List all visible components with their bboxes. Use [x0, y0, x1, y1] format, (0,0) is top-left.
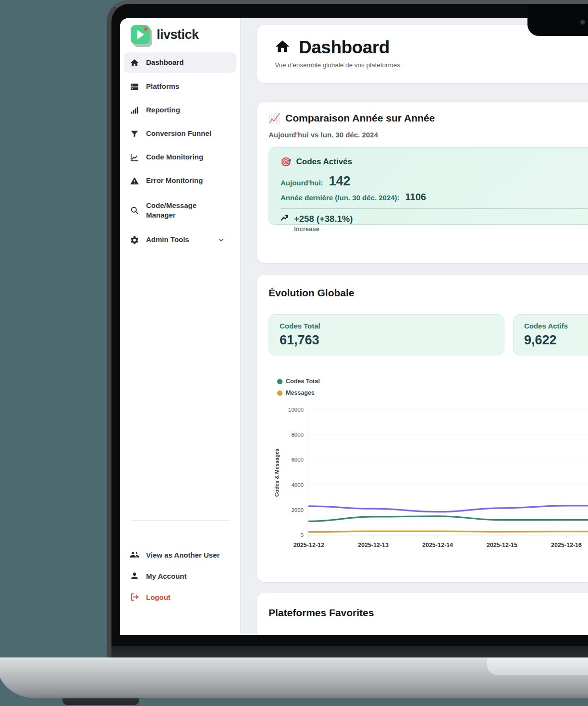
global-evolution-card: Évolution Globale Codes Total 61,763 Cod… — [257, 275, 588, 582]
gear-icon — [130, 235, 139, 245]
delta-value: +258 (+38.1%) — [294, 214, 353, 224]
svg-text:0: 0 — [301, 532, 304, 538]
sidebar-divider — [131, 520, 230, 521]
sidebar-footer: View as Another User My Account Logout — [124, 544, 236, 608]
laptop-base — [0, 657, 588, 698]
svg-text:6000: 6000 — [291, 457, 304, 463]
year-comparison-card: 📈 Comparaison Année sur Année Aujourd'hu… — [257, 102, 588, 263]
favorites-title: Plateformes Favorites — [257, 593, 588, 619]
svg-text:10000: 10000 — [288, 407, 304, 413]
codes-actives-panel: 🎯 Codes Activés Aujourd'hui: 142 Année d… — [269, 147, 588, 225]
my-account-button[interactable]: My Account — [124, 565, 236, 586]
page-title: Dashboard — [299, 37, 390, 58]
chart-legend: Codes TotalMessages — [277, 376, 588, 399]
sidebar-item-admin-tools[interactable]: Admin Tools — [124, 228, 236, 252]
comparison-subtitle: Aujourd'hui vs lun. 30 déc. 2024 — [269, 131, 588, 139]
today-label: Aujourd'hui: — [281, 179, 323, 187]
svg-text:8000: 8000 — [291, 432, 304, 438]
svg-text:2025-12-13: 2025-12-13 — [358, 542, 389, 548]
view-as-another-user-button[interactable]: View as Another User — [124, 544, 236, 565]
panel-title: Codes Activés — [296, 157, 352, 167]
user-icon — [130, 571, 139, 581]
evolution-chart-area: 02000400060008000100002025-12-122025-12-… — [269, 403, 588, 562]
page-subtitle: Vue d'ensemble globale de vos plateforme… — [257, 58, 588, 69]
users-icon — [130, 550, 139, 560]
laptop-thumb-scoop — [487, 657, 588, 675]
sidebar: livstick Dashboard Platforms — [120, 18, 241, 635]
evolution-title: Évolution Globale — [269, 287, 588, 299]
laptop-chin — [111, 646, 588, 657]
legend-dot — [277, 379, 282, 384]
sidebar-nav: Dashboard Platforms Reporting — [124, 52, 236, 252]
logo[interactable]: livstick — [131, 25, 199, 44]
play-icon — [137, 30, 144, 39]
bar-chart-icon — [130, 106, 139, 115]
svg-text:2025-12-14: 2025-12-14 — [422, 542, 453, 548]
warning-icon — [130, 176, 139, 186]
svg-text:2000: 2000 — [291, 507, 304, 513]
legend-label: Messages — [286, 390, 315, 396]
home-icon-large — [274, 38, 291, 57]
chevron-down-icon — [216, 235, 226, 245]
trending-up-icon — [281, 214, 289, 224]
comparison-title: Comparaison Année sur Année — [285, 112, 435, 124]
sidebar-item-reporting[interactable]: Reporting — [124, 98, 236, 122]
legend-label: Codes Total — [286, 378, 320, 385]
search-icon — [130, 206, 139, 215]
logout-icon — [130, 592, 139, 602]
camera-notch — [527, 4, 588, 36]
chart-line-series — [309, 531, 588, 532]
svg-text:2025-12-12: 2025-12-12 — [294, 542, 324, 548]
app-screen: livstick Dashboard Platforms — [120, 18, 588, 635]
chart-line-series — [309, 506, 588, 512]
sidebar-item-code-monitoring[interactable]: Code Monitoring — [124, 146, 236, 169]
last-year-label: Année dernière (lun. 30 déc. 2024): — [281, 194, 400, 202]
svg-text:Codes & Messages: Codes & Messages — [274, 449, 280, 497]
sidebar-item-error-monitoring[interactable]: Error Monitoring — [124, 169, 236, 193]
camera-icon — [580, 20, 586, 25]
platforms-icon — [130, 82, 139, 92]
evolution-chart: 02000400060008000100002025-12-122025-12-… — [269, 403, 588, 562]
svg-text:2025-12-15: 2025-12-15 — [487, 542, 517, 548]
chart-line-series — [309, 516, 588, 521]
scene: livstick Dashboard Platforms — [0, 0, 588, 706]
logo-text: livstick — [157, 27, 199, 42]
livstick-logo-icon — [131, 25, 150, 44]
logout-button[interactable]: Logout — [124, 586, 236, 608]
sidebar-item-platforms[interactable]: Platforms — [124, 75, 236, 98]
sidebar-item-code-message-manager[interactable]: Code/Message Manager — [124, 193, 236, 228]
logo-record-dot — [144, 27, 147, 31]
chart-up-emoji: 📈 — [269, 112, 281, 124]
funnel-icon — [130, 129, 139, 139]
stat-codes-total: Codes Total 61,763 — [269, 314, 504, 355]
svg-text:4000: 4000 — [291, 482, 304, 488]
home-icon — [130, 58, 139, 68]
legend-item[interactable]: Codes Total — [277, 376, 588, 387]
stat-codes-actifs: Codes Actifs 9,622 — [513, 314, 588, 355]
panel-divider — [281, 208, 588, 209]
legend-item[interactable]: Messages — [277, 387, 588, 399]
sidebar-item-dashboard[interactable]: Dashboard — [124, 52, 236, 73]
today-value: 142 — [329, 174, 351, 189]
line-chart-icon — [130, 153, 139, 162]
favorite-platforms-card: Plateformes Favorites — [257, 593, 588, 635]
last-year-value: 1106 — [405, 192, 426, 203]
svg-text:2025-12-16: 2025-12-16 — [551, 542, 582, 548]
delta-caption: Increase — [294, 225, 353, 232]
sidebar-item-conversion-funnel[interactable]: Conversion Funnel — [124, 122, 236, 146]
target-emoji: 🎯 — [281, 157, 291, 167]
legend-dot — [277, 390, 282, 396]
